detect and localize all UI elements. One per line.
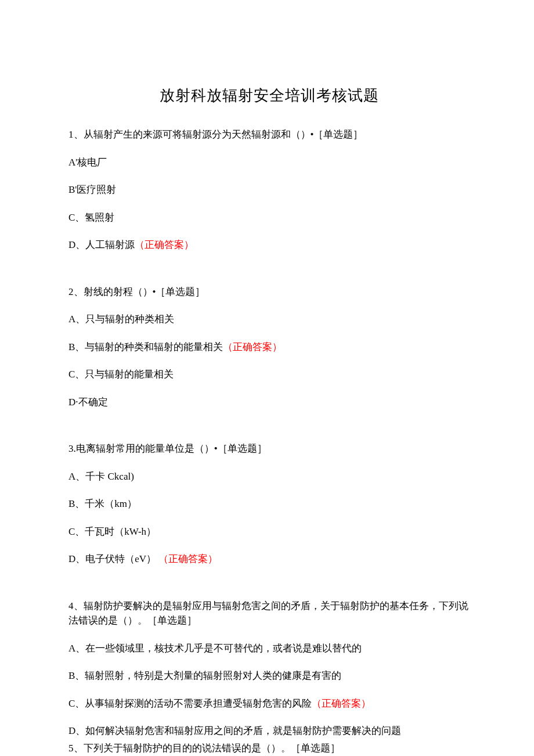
q4-option-a: A、在一些领域里，核技术几乎是不可替代的，或者说是难以替代的 — [68, 641, 470, 656]
q2-option-b: B、与辐射的种类和辐射的能量相关（正确答案） — [68, 340, 470, 355]
q1-option-d-text: D、人工辐射源 — [68, 239, 135, 250]
q3-correct-answer: （正确答案） — [158, 553, 218, 564]
q5-stem: 5、下列关于辐射防护的目的的说法错误的是（）。［单选题］ — [68, 741, 470, 756]
q3-option-c: C、千瓦时（kW-h） — [68, 524, 470, 539]
q3-option-a: A、千卡 Ckcal) — [68, 469, 470, 484]
q3-stem: 3.电离辐射常用的能量单位是（）•［单选题］ — [68, 441, 470, 456]
q3-option-d: D、电子伏特（eV） （正确答案） — [68, 552, 470, 567]
q1-option-c: C、氢照射 — [68, 210, 470, 225]
q4-stem: 4、辐射防护要解决的是辐射应用与辐射危害之间的矛盾，关于辐射防护的基本任务，下列… — [68, 599, 470, 628]
document-title: 放射科放辐射安全培训考核试题 — [68, 84, 470, 107]
q4-option-c: C、从事辐射探测的活动不需要承担遭受辐射危害的风险（正确答案） — [68, 696, 470, 711]
q1-stem: 1、从辐射产生的来源可将辐射源分为天然辐射源和（）•［单选题］ — [68, 127, 470, 142]
q1-correct-answer: （正确答案） — [135, 239, 194, 250]
q2-option-b-text: B、与辐射的种类和辐射的能量相关 — [68, 341, 223, 352]
q2-option-a: A、只与辐射的种类相关 — [68, 312, 470, 327]
page: 放射科放辐射安全培训考核试题 1、从辐射产生的来源可将辐射源分为天然辐射源和（）… — [0, 0, 534, 756]
q4-correct-answer: （正确答案） — [312, 698, 371, 709]
q4-option-d: D、如何解决辐射危害和辐射应用之间的矛盾，就是辐射防护需要解决的问题 — [68, 723, 470, 739]
q2-option-d: D·不确定 — [68, 395, 470, 410]
q4-option-c-text: C、从事辐射探测的活动不需要承担遭受辐射危害的风险 — [68, 698, 312, 709]
q3-option-d-text: D、电子伏特（eV） — [68, 553, 156, 564]
q2-correct-answer: （正确答案） — [223, 341, 282, 352]
q1-option-d: D、人工辐射源（正确答案） — [68, 237, 470, 253]
q1-option-b: B'医疗照射 — [68, 182, 470, 197]
q3-option-b: B、千米（km） — [68, 496, 470, 512]
q2-stem: 2、射线的射程（）•［单选题］ — [68, 285, 470, 300]
q1-option-a: A'核电厂 — [68, 155, 470, 170]
q4-option-b: B、辐射照射，特别是大剂量的辐射照射对人类的健康是有害的 — [68, 668, 470, 683]
q2-option-c: C、只与辐射的能量相关 — [68, 367, 470, 382]
